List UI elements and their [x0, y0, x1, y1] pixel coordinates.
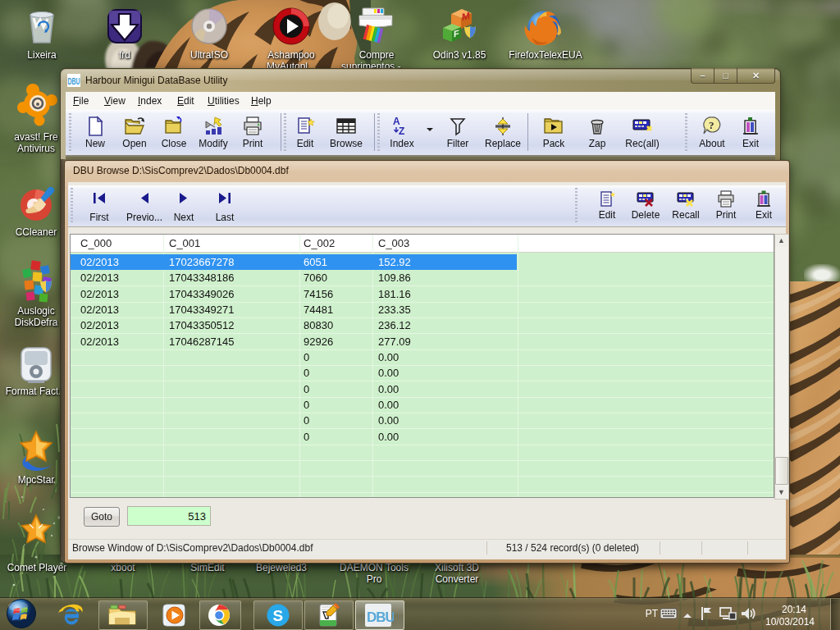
- svg-text:DBU: DBU: [367, 609, 394, 625]
- svg-text:M: M: [462, 10, 470, 23]
- svg-text:S: S: [273, 607, 284, 624]
- svg-text:F: F: [454, 28, 459, 39]
- svg-text:?: ?: [709, 119, 714, 131]
- svg-text:DBU: DBU: [68, 77, 80, 86]
- svg-text:Z: Z: [399, 126, 404, 137]
